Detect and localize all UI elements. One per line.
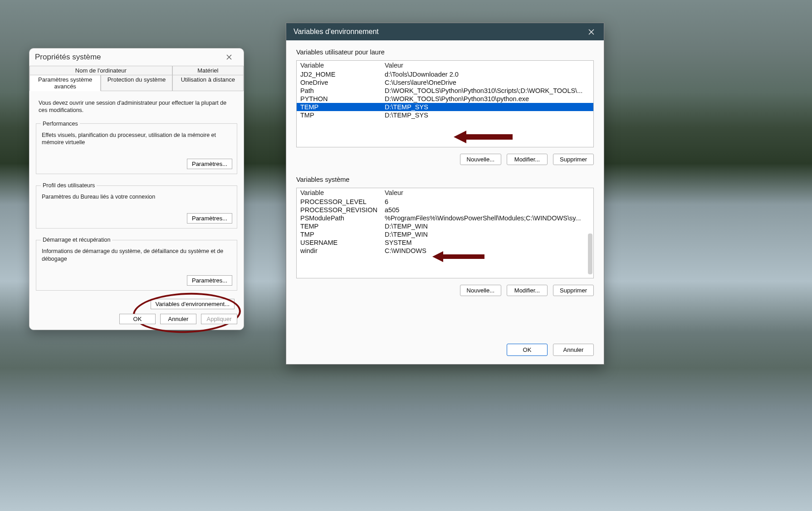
- system-vars-label: Variables système: [296, 176, 594, 183]
- var-name: PSModulePath: [300, 214, 385, 222]
- dialog-body: Vous devez ouvrir une session d'administ…: [29, 91, 244, 315]
- var-value: D:\TEMP_WIN: [385, 231, 590, 238]
- group-user-profile: Profil des utilisateurs Paramètres du Bu…: [36, 182, 237, 229]
- col-value[interactable]: Valeur: [385, 62, 590, 69]
- list-header[interactable]: Variable Valeur: [297, 188, 593, 198]
- var-value: D:\TEMP_SYS: [385, 112, 590, 119]
- list-header[interactable]: Variable Valeur: [297, 61, 593, 70]
- user-profile-settings-button[interactable]: Paramètres...: [187, 213, 232, 224]
- scrollbar[interactable]: [588, 234, 592, 274]
- var-value: C:\Users\laure\OneDrive: [385, 79, 590, 86]
- group-startup-recovery: Démarrage et récupération Informations d…: [36, 237, 237, 291]
- titlebar[interactable]: Propriétés système: [29, 49, 244, 66]
- var-value: d:\Tools\JDownloader 2.0: [385, 71, 590, 78]
- var-value: D:\WORK_TOOLS\Python\Python310\Scripts\;…: [385, 87, 590, 94]
- col-variable[interactable]: Variable: [300, 189, 385, 196]
- var-name: PROCESSOR_LEVEL: [300, 198, 385, 205]
- close-icon: [226, 54, 232, 60]
- apply-button[interactable]: Appliquer: [201, 314, 237, 324]
- col-variable[interactable]: Variable: [300, 62, 385, 69]
- startup-settings-button[interactable]: Paramètres...: [187, 275, 232, 286]
- env-window-title: Variables d'environnement: [293, 28, 379, 36]
- table-row[interactable]: TEMPD:\TEMP_WIN: [297, 222, 593, 230]
- env-content: Variables utilisateur pour laure Variabl…: [286, 40, 604, 338]
- var-name: PROCESSOR_REVISION: [300, 206, 385, 214]
- var-value: %ProgramFiles%\WindowsPowerShell\Modules…: [385, 214, 590, 222]
- user-vars-buttons: Nouvelle... Modifier... Supprimer: [296, 154, 594, 165]
- ok-button[interactable]: OK: [119, 314, 156, 324]
- window-title: Propriétés système: [35, 53, 101, 62]
- table-row[interactable]: TMPD:\TEMP_WIN: [297, 230, 593, 238]
- env-titlebar[interactable]: Variables d'environnement: [286, 23, 604, 40]
- tab-hardware[interactable]: Matériel: [172, 66, 244, 75]
- system-new-button[interactable]: Nouvelle...: [460, 285, 501, 296]
- env-close-button[interactable]: [582, 25, 600, 39]
- cancel-button[interactable]: Annuler: [160, 314, 196, 324]
- group-startup-legend: Démarrage et récupération: [41, 237, 112, 243]
- env-cancel-button[interactable]: Annuler: [553, 344, 594, 356]
- system-delete-button[interactable]: Supprimer: [553, 285, 594, 296]
- var-name: OneDrive: [300, 79, 385, 86]
- table-row[interactable]: PROCESSOR_LEVEL6: [297, 198, 593, 206]
- var-value: D:\TEMP_SYS: [385, 103, 590, 111]
- dialog-footer: OK Annuler Appliquer: [119, 314, 237, 324]
- close-button[interactable]: [220, 50, 238, 64]
- user-vars-label: Variables utilisateur pour laure: [296, 49, 594, 56]
- table-row[interactable]: PSModulePath%ProgramFiles%\WindowsPowerS…: [297, 214, 593, 222]
- var-name: TEMP: [300, 103, 385, 111]
- intro-text: Vous devez ouvrir une session d'administ…: [39, 99, 235, 114]
- group-performance: Performances Effets visuels, planificati…: [36, 121, 237, 175]
- var-name: TMP: [300, 231, 385, 238]
- group-user-profile-legend: Profil des utilisateurs: [41, 182, 97, 189]
- table-row[interactable]: USERNAMESYSTEM: [297, 238, 593, 247]
- col-value[interactable]: Valeur: [385, 189, 590, 196]
- user-delete-button[interactable]: Supprimer: [553, 154, 594, 165]
- group-performance-legend: Performances: [41, 121, 80, 127]
- tab-system-protection[interactable]: Protection du système: [101, 75, 172, 91]
- var-value: D:\TEMP_WIN: [385, 223, 590, 230]
- var-value: C:\WINDOWS: [385, 247, 590, 254]
- tab-computer-name[interactable]: Nom de l'ordinateur: [29, 66, 172, 75]
- var-name: PYTHON: [300, 95, 385, 102]
- system-edit-button[interactable]: Modifier...: [507, 285, 548, 296]
- environment-variables-button[interactable]: Variables d'environnement...: [151, 299, 235, 309]
- env-ok-button[interactable]: OK: [507, 344, 548, 356]
- system-vars-listbox[interactable]: Variable Valeur PROCESSOR_LEVEL6PROCESSO…: [296, 188, 594, 278]
- tab-strip: Nom de l'ordinateur Matériel Paramètres …: [29, 66, 244, 91]
- var-name: USERNAME: [300, 239, 385, 246]
- var-value: 6: [385, 198, 590, 205]
- var-name: TMP: [300, 112, 385, 119]
- system-vars-buttons: Nouvelle... Modifier... Supprimer: [296, 285, 594, 296]
- table-row[interactable]: PYTHOND:\WORK_TOOLS\Python\Python310\pyt…: [297, 95, 593, 103]
- close-icon: [588, 29, 594, 35]
- table-row[interactable]: JD2_HOMEd:\Tools\JDownloader 2.0: [297, 70, 593, 78]
- var-value: D:\WORK_TOOLS\Python\Python310\python.ex…: [385, 95, 590, 102]
- user-new-button[interactable]: Nouvelle...: [460, 154, 501, 165]
- group-user-profile-desc: Paramètres du Bureau liés à votre connex…: [42, 193, 231, 200]
- system-properties-dialog: Propriétés système Nom de l'ordinateur M…: [29, 48, 244, 330]
- table-row[interactable]: TEMPD:\TEMP_SYS: [297, 103, 593, 111]
- user-vars-listbox[interactable]: Variable Valeur JD2_HOMEd:\Tools\JDownlo…: [296, 60, 594, 147]
- tab-remote[interactable]: Utilisation à distance: [172, 75, 244, 91]
- var-name: JD2_HOME: [300, 71, 385, 78]
- group-startup-desc: Informations de démarrage du système, de…: [42, 248, 231, 263]
- table-row[interactable]: TMPD:\TEMP_SYS: [297, 111, 593, 119]
- environment-variables-dialog: Variables d'environnement Variables util…: [286, 23, 604, 365]
- var-name: Path: [300, 87, 385, 94]
- table-row[interactable]: OneDriveC:\Users\laure\OneDrive: [297, 78, 593, 87]
- var-value: SYSTEM: [385, 239, 590, 246]
- table-row[interactable]: PathD:\WORK_TOOLS\Python\Python310\Scrip…: [297, 87, 593, 95]
- user-edit-button[interactable]: Modifier...: [507, 154, 548, 165]
- var-name: windir: [300, 247, 385, 254]
- group-performance-desc: Effets visuels, planification du process…: [42, 131, 231, 146]
- table-row[interactable]: PROCESSOR_REVISIONa505: [297, 206, 593, 214]
- table-row[interactable]: windirC:\WINDOWS: [297, 247, 593, 255]
- var-name: TEMP: [300, 223, 385, 230]
- performance-settings-button[interactable]: Paramètres...: [187, 159, 232, 169]
- annotation-ellipse: [132, 291, 242, 335]
- env-footer: OK Annuler: [286, 338, 604, 364]
- tab-advanced[interactable]: Paramètres système avancés: [29, 75, 101, 91]
- var-value: a505: [385, 206, 590, 214]
